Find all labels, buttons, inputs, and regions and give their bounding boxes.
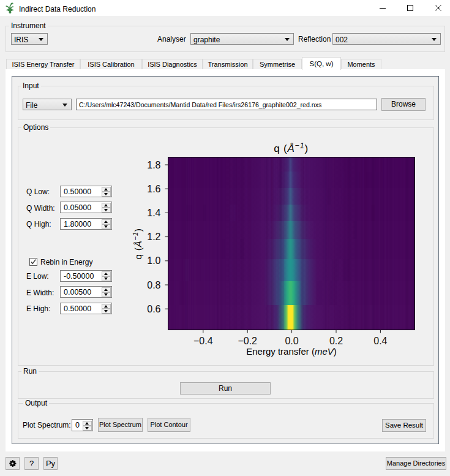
svg-text:q (Å−1): q (Å−1)	[274, 142, 309, 155]
svg-text:1.6: 1.6	[147, 184, 160, 194]
svg-text:−0.4: −0.4	[193, 336, 213, 346]
svg-text:0.2: 0.2	[329, 336, 343, 346]
svg-text:q (Å−1): q (Å−1)	[132, 229, 143, 260]
svg-text:1.4: 1.4	[147, 208, 160, 218]
svg-text:1.0: 1.0	[147, 255, 160, 266]
svg-text:1.2: 1.2	[147, 232, 160, 242]
svg-text:Energy transfer (meV): Energy transfer (meV)	[246, 346, 337, 357]
svg-text:1.8: 1.8	[147, 160, 160, 170]
svg-text:−0.2: −0.2	[238, 336, 257, 346]
svg-text:0.6: 0.6	[147, 304, 160, 314]
svg-text:0.4: 0.4	[373, 336, 387, 346]
svg-text:0.0: 0.0	[285, 336, 298, 346]
svg-text:0.8: 0.8	[147, 280, 160, 290]
